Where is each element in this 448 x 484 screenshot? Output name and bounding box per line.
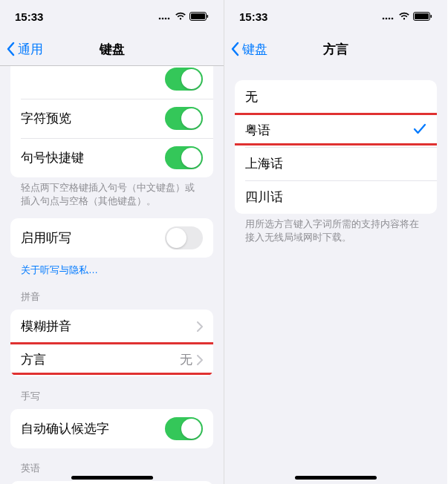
chevron-left-icon	[230, 42, 239, 56]
svg-point-10	[392, 18, 394, 20]
nav-bar: 通用 键盘	[0, 33, 224, 65]
settings-group-1: 字符预览 句号快捷键	[10, 66, 213, 177]
status-bar: 15:33	[0, 0, 224, 33]
svg-point-2	[165, 18, 167, 20]
english-group: 首字母自动大写 检查拼写 输入预测 滑行键入时逐词删除	[10, 481, 213, 484]
svg-point-8	[386, 18, 388, 20]
english-header: 英语	[0, 448, 224, 478]
period-shortcut-label: 句号快捷键	[21, 149, 165, 166]
chevron-right-icon	[197, 355, 203, 365]
handwriting-group: 自动确认候选字	[10, 409, 213, 448]
dictation-privacy-link[interactable]: 关于听写与隐私…	[0, 258, 224, 277]
status-time: 15:33	[239, 10, 267, 23]
svg-rect-12	[415, 13, 429, 19]
home-indicator[interactable]	[71, 476, 153, 480]
dialect-label: 方言	[21, 351, 180, 368]
fuzzy-pinyin-label: 模糊拼音	[21, 318, 197, 335]
status-indicators	[158, 12, 209, 21]
left-screen: 15:33 通用 键盘 字符预览 句号快捷键	[0, 0, 224, 484]
status-time: 15:33	[15, 10, 43, 23]
char-preview-toggle[interactable]	[165, 107, 203, 130]
enable-dictation-label: 启用听写	[21, 229, 165, 246]
back-button[interactable]: 通用	[6, 41, 43, 58]
back-label: 通用	[18, 41, 43, 58]
period-shortcut-toggle[interactable]	[165, 146, 203, 169]
dialect-row[interactable]: 方言 无	[10, 343, 213, 376]
cellular-icon	[158, 12, 172, 21]
option-none[interactable]: 无	[235, 80, 437, 114]
svg-rect-6	[207, 15, 209, 18]
battery-icon	[189, 12, 209, 21]
auto-confirm-toggle[interactable]	[165, 417, 203, 440]
svg-point-7	[383, 18, 385, 20]
auto-confirm-label: 自动确认候选字	[21, 420, 165, 437]
right-screen: 15:33 键盘 方言 无 粤语 上海话	[224, 0, 447, 484]
option-cantonese-label: 粤语	[245, 122, 413, 139]
toggle[interactable]	[165, 68, 203, 91]
char-preview-row[interactable]: 字符预览	[10, 99, 213, 138]
dialect-value: 无	[180, 351, 192, 368]
svg-rect-5	[191, 13, 205, 19]
fuzzy-pinyin-row[interactable]: 模糊拼音	[10, 310, 213, 343]
partial-row[interactable]	[10, 66, 213, 99]
svg-point-9	[389, 18, 391, 20]
char-preview-label: 字符预览	[21, 110, 165, 127]
svg-point-1	[162, 18, 164, 20]
svg-point-0	[159, 18, 161, 20]
option-cantonese[interactable]: 粤语	[235, 114, 437, 147]
checkmark-icon	[413, 122, 426, 139]
auto-confirm-row[interactable]: 自动确认候选字	[10, 409, 213, 448]
svg-rect-13	[431, 15, 432, 18]
option-sichuanese-label: 四川话	[245, 189, 426, 206]
period-note: 轻点两下空格键插入句号（中文键盘）或插入句点与空格（其他键盘）。	[0, 177, 224, 208]
status-indicators	[382, 12, 432, 21]
chevron-left-icon	[6, 42, 15, 56]
cellular-icon	[382, 12, 395, 21]
chevron-right-icon	[197, 321, 203, 332]
wifi-icon	[398, 12, 410, 21]
nav-bar: 键盘 方言	[224, 33, 447, 65]
dialect-options-group: 无 粤语 上海话 四川话	[235, 80, 437, 214]
enable-dictation-toggle[interactable]	[165, 226, 203, 249]
dictation-group: 启用听写	[10, 218, 213, 258]
pinyin-header: 拼音	[0, 277, 224, 307]
handwriting-header: 手写	[0, 376, 224, 406]
auto-cap-row[interactable]: 首字母自动大写	[10, 481, 213, 484]
option-shanghainese[interactable]: 上海话	[235, 147, 437, 180]
pinyin-group: 模糊拼音 方言 无	[10, 310, 213, 376]
svg-point-3	[168, 18, 170, 20]
back-button[interactable]: 键盘	[230, 41, 267, 58]
option-sichuanese[interactable]: 四川话	[235, 180, 437, 214]
wifi-icon	[175, 12, 186, 21]
home-indicator[interactable]	[295, 476, 377, 480]
option-shanghainese-label: 上海话	[245, 155, 426, 172]
battery-icon	[413, 12, 432, 21]
option-none-label: 无	[245, 88, 426, 105]
status-bar: 15:33	[224, 0, 447, 33]
enable-dictation-row[interactable]: 启用听写	[10, 218, 213, 258]
back-label: 键盘	[242, 41, 267, 58]
period-shortcut-row[interactable]: 句号快捷键	[10, 138, 213, 177]
dialect-download-note: 用所选方言键入字词所需的支持内容将在接入无线局域网时下载。	[224, 214, 447, 244]
